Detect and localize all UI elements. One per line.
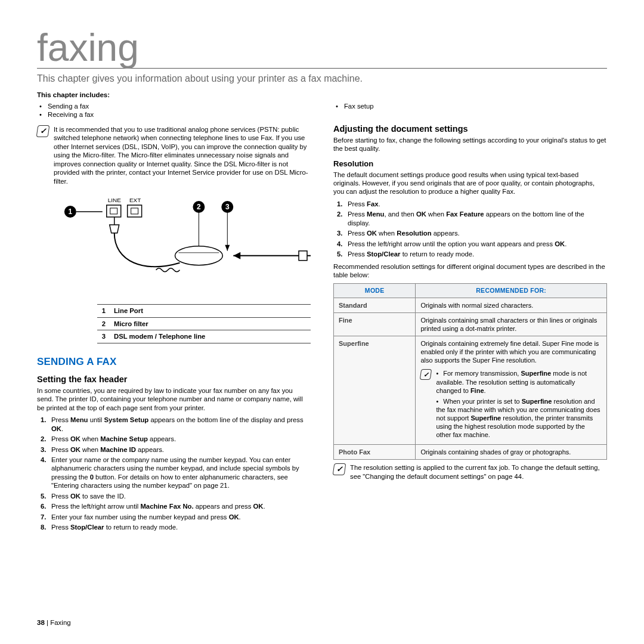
note-text: It is recommended that you to use tradit…: [54, 125, 311, 185]
subsection-heading-adjust: Adjusting the document settings: [333, 123, 607, 135]
note-icon: ✓: [333, 463, 346, 475]
list-item: When your printer is set to Superfine re…: [436, 397, 602, 439]
ordered-steps: Press Menu until System Setup appears on…: [37, 416, 311, 531]
subsubsection-heading-resolution: Resolution: [333, 159, 607, 169]
step-item: Press Menu until System Setup appears on…: [41, 416, 311, 433]
step-item: Press OK when Machine ID appears.: [41, 445, 311, 454]
step-item: Press OK to save the ID.: [41, 492, 311, 500]
svg-point-13: [175, 246, 222, 265]
page-footer: 38 | Faxing: [37, 619, 71, 626]
table-row: Photo Fax Originals containing shades of…: [334, 445, 607, 460]
body-text: Recommended resolution settings for diff…: [333, 262, 607, 280]
includes-heading: This chapter includes:: [37, 91, 607, 98]
diagram-legend: 1Line Port 2Micro filter 3DSL modem / Te…: [97, 304, 311, 343]
ordered-steps: Press Fax.Press Menu, and then OK when F…: [333, 200, 607, 259]
includes-list-left: Sending a fax Receiving a fax: [39, 102, 311, 119]
note-box: ✓ It is recommended that you to use trad…: [37, 125, 311, 189]
step-item: Press Menu, and then OK when Fax Feature…: [337, 210, 607, 227]
table-row: Superfine Originals containing extremely…: [334, 336, 607, 445]
svg-rect-4: [128, 205, 142, 217]
chapter-intro: This chapter gives you information about…: [37, 73, 607, 84]
footer-section: Faxing: [50, 619, 71, 626]
svg-text:1: 1: [69, 208, 73, 216]
note-icon: ✓: [36, 125, 50, 137]
step-item: Enter your name or the company name usin…: [41, 456, 311, 490]
svg-text:3: 3: [225, 203, 230, 211]
table-header: MODE: [334, 283, 416, 298]
body-text: In some countries, you are required by l…: [37, 386, 311, 412]
svg-rect-5: [110, 208, 117, 214]
step-item: Press Stop/Clear to return to ready mode…: [41, 523, 311, 531]
step-item: Press Fax.: [337, 200, 607, 208]
note-icon: ✓: [420, 369, 432, 380]
step-item: Press Stop/Clear to return to ready mode…: [337, 250, 607, 258]
svg-marker-11: [110, 225, 119, 233]
connection-diagram: 1 LINE EXT 2 3: [37, 196, 311, 298]
note-text: The resolution setting is applied to the…: [350, 463, 607, 481]
step-item: Press OK when Resolution appears.: [337, 229, 607, 237]
page-number: 38: [37, 619, 45, 626]
body-text: The default document settings produce go…: [333, 171, 607, 196]
step-item: Press the left/right arrow until the opt…: [337, 240, 607, 248]
step-item: Press OK when Machine Setup appears.: [41, 435, 311, 443]
page-title: faxing: [37, 29, 607, 69]
step-item: Enter your fax number using the number k…: [41, 513, 311, 521]
list-item: Receiving a fax: [39, 110, 311, 119]
svg-marker-16: [233, 252, 240, 259]
step-item: Press the left/right arrow until Machine…: [41, 502, 311, 510]
table-row: Standard Originals with normal sized cha…: [334, 298, 607, 312]
list-item: Fax setup: [336, 102, 607, 110]
svg-rect-6: [131, 208, 138, 214]
left-column: Sending a fax Receiving a fax ✓ It is re…: [37, 102, 311, 534]
includes-list-right: Fax setup: [336, 102, 607, 110]
diagram-line-label: LINE: [108, 197, 122, 203]
section-heading-sending: SENDING A FAX: [37, 355, 311, 369]
resolution-table: MODE RECOMMENDED FOR: Standard Originals…: [333, 283, 607, 460]
diagram-ext-label: EXT: [129, 197, 141, 203]
right-column: Fax setup Adjusting the document setting…: [333, 102, 607, 534]
svg-text:2: 2: [197, 203, 201, 211]
svg-marker-19: [225, 245, 230, 251]
list-item: For memory transmission, Superfine mode …: [436, 369, 602, 394]
svg-rect-17: [299, 251, 307, 261]
list-item: Sending a fax: [39, 102, 311, 110]
subsection-heading-fax-header: Setting the fax header: [37, 374, 311, 385]
note-box: ✓ The resolution setting is applied to t…: [333, 463, 607, 484]
body-text: Before starting to fax, change the follo…: [333, 136, 607, 153]
table-row: Fine Originals containing small characte…: [334, 313, 607, 336]
svg-rect-3: [107, 205, 121, 217]
note-bullet-list: For memory transmission, Superfine mode …: [436, 369, 602, 441]
table-header: RECOMMENDED FOR:: [416, 283, 607, 298]
